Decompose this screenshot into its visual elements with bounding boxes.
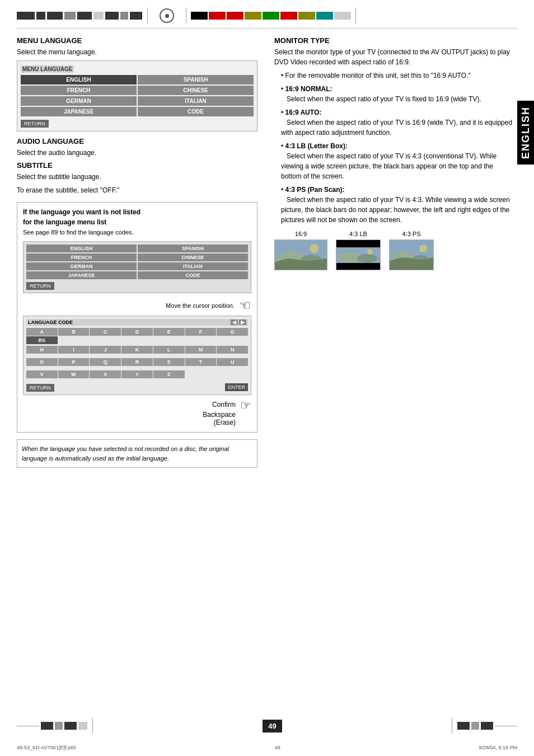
arrow-right[interactable]: ▶ [239, 320, 246, 325]
bottom-seg-2 [55, 722, 63, 730]
lang-code-title: LANGUAGE CODE ◀ ▶ [26, 319, 248, 326]
letter-A[interactable]: A [26, 328, 58, 336]
scene-lb-bar-top [336, 240, 380, 247]
letter-S[interactable]: S [153, 358, 185, 366]
page-number-area: 49 [263, 720, 282, 732]
letter-Y[interactable]: Y [121, 370, 153, 378]
letter-grid-row2: H I J K L M N [26, 346, 248, 356]
menu-item-german[interactable]: GERMAN [21, 96, 137, 106]
letter-grid-row3: O P Q R S T U [26, 358, 248, 369]
confirm-backspace-area: Confirm Backspace (Erase) ☞ [23, 398, 251, 426]
letter-P[interactable]: P [58, 358, 90, 366]
letter-H[interactable]: H [26, 346, 58, 354]
info-box-title-line2: for the language menu list [23, 218, 251, 226]
letter-T[interactable]: T [185, 358, 217, 366]
horiz-divider [17, 28, 517, 29]
letter-empty1 [26, 354, 58, 356]
monitor-img-169: 16:9 [274, 231, 327, 270]
letter-D[interactable]: D [121, 328, 153, 336]
monitor-image-169 [274, 240, 327, 270]
bottom-seg-1 [41, 722, 53, 730]
letter-X[interactable]: X [90, 370, 121, 378]
letter-M[interactable]: M [185, 346, 217, 354]
deco-seg-1 [17, 12, 35, 20]
english-sidebar-label: ENGLISH [517, 101, 534, 165]
letter-C[interactable]: C [90, 328, 121, 336]
return-button-1[interactable]: RETURN [21, 120, 49, 128]
bottom-seg-3 [64, 722, 77, 730]
bullet-2-title: 16:9 NORMAL: [285, 85, 332, 93]
menu-language-title: MENU LANGUAGE [17, 36, 257, 45]
bullet-2: • 16:9 NORMAL: Select when the aspect ra… [274, 84, 515, 104]
lang-select-german[interactable]: GERMAN [26, 262, 137, 270]
lang-code-box: LANGUAGE CODE ◀ ▶ A B C D E F G BS [23, 316, 251, 395]
bullet-3-text: Select when the aspect ratio of your TV … [281, 119, 512, 137]
lang-select-spanish[interactable]: SPANISH [138, 245, 248, 252]
bullet-5: • 4:3 PS (Pan Scan): Select when the asp… [274, 185, 515, 225]
return-button-3[interactable]: RETURN [26, 384, 54, 392]
erase-label: (Erase) [203, 419, 236, 426]
menu-item-spanish[interactable]: SPANISH [138, 75, 254, 84]
menu-item-french[interactable]: FRENCH [21, 86, 137, 95]
footer-info: 48-53_KD-AV7001[E]f.p65 49 9/28/04, 9:18… [17, 745, 517, 750]
color-seg-red2 [227, 12, 243, 20]
lang-select-box: ENGLISH SPANISH FRENCH CHINESE GERMAN IT… [23, 241, 251, 293]
color-seg-yellow [245, 12, 261, 20]
lang-select-french[interactable]: FRENCH [26, 253, 137, 261]
menu-item-italian[interactable]: ITALIAN [138, 96, 254, 106]
letter-O[interactable]: O [26, 358, 58, 366]
letter-V[interactable]: V [26, 370, 58, 378]
scene-ps [390, 240, 433, 270]
letter-I[interactable]: I [58, 346, 90, 354]
note-text: When the language you have selected is n… [22, 444, 252, 463]
letter-empty5 [26, 379, 58, 381]
letter-N[interactable]: N [217, 346, 248, 354]
letter-W[interactable]: W [58, 370, 90, 378]
menu-language-grid: ENGLISH SPANISH FRENCH CHINESE GERMAN IT… [21, 75, 254, 116]
color-seg-yellow2 [298, 12, 315, 20]
footer-date: 9/28/04, 9:18 PM [479, 745, 517, 750]
bullet-4: • 4:3 LB (Letter Box): Select when the a… [274, 141, 515, 181]
letter-U[interactable]: U [217, 358, 248, 366]
letter-J[interactable]: J [90, 346, 121, 354]
enter-button[interactable]: ENTER [225, 383, 248, 391]
right-color-bar [182, 8, 359, 24]
menu-item-chinese[interactable]: CHINESE [138, 86, 254, 95]
menu-item-code[interactable]: CODE [138, 107, 254, 116]
letter-BS[interactable]: BS [26, 336, 58, 344]
bottom-right-deco [448, 718, 517, 734]
deco-seg-6 [93, 12, 104, 20]
svg-point-3 [310, 244, 318, 253]
bullet-3: • 16:9 AUTO: Select when the aspect rati… [274, 107, 515, 138]
lang-select-italian[interactable]: ITALIAN [138, 262, 248, 270]
note-box: When the language you have selected is n… [17, 439, 257, 468]
menu-item-english[interactable]: ENGLISH [21, 75, 137, 84]
info-box-desc: See page 89 to find the language codes. [23, 228, 251, 237]
color-seg-red3 [280, 12, 297, 20]
footer-page: 49 [275, 745, 280, 750]
lang-select-chinese[interactable]: CHINESE [138, 253, 248, 261]
audio-language-title: AUDIO LANGUAGE [17, 137, 257, 145]
compass-icon [160, 8, 174, 23]
letter-B[interactable]: B [58, 328, 90, 336]
letter-L[interactable]: L [153, 346, 185, 354]
bottom-line-right [495, 726, 517, 726]
letter-E[interactable]: E [153, 328, 185, 336]
letter-R[interactable]: R [121, 358, 153, 366]
lang-select-english[interactable]: ENGLISH [26, 245, 137, 252]
letter-K[interactable]: K [121, 346, 153, 354]
main-content: MENU LANGUAGE Select the menu language. … [0, 36, 534, 468]
lang-select-code[interactable]: CODE [138, 271, 248, 279]
letter-Z[interactable]: Z [153, 370, 185, 378]
left-column: MENU LANGUAGE Select the menu language. … [17, 36, 257, 468]
return-button-2[interactable]: RETURN [26, 282, 54, 290]
color-seg-black [191, 12, 208, 20]
letter-G[interactable]: G [217, 328, 248, 336]
letter-Q[interactable]: Q [90, 358, 121, 366]
menu-language-text: Select the menu language. [17, 47, 257, 57]
lang-select-japanese[interactable]: JAPANESE [26, 271, 137, 279]
letter-F[interactable]: F [185, 328, 217, 336]
svg-point-11 [419, 245, 427, 252]
arrow-left[interactable]: ◀ [231, 320, 238, 325]
menu-item-japanese[interactable]: JAPANESE [21, 107, 137, 116]
